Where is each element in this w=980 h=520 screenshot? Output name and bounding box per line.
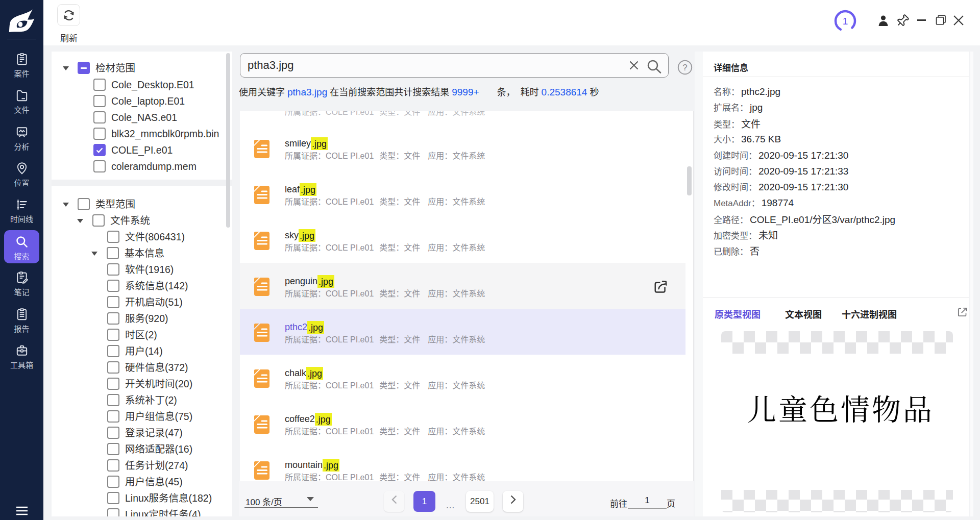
svg-text:1: 1 bbox=[843, 16, 848, 27]
svg-text:?: ? bbox=[682, 63, 687, 72]
